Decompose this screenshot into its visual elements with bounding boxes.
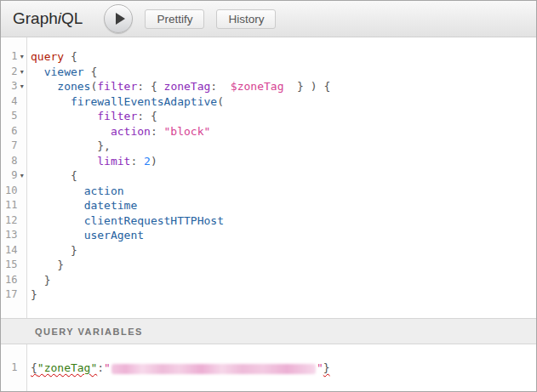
code-token: zoneTag [164,80,211,93]
query-variables-header[interactable]: QUERY VARIABLES [1,318,536,344]
line-number: 12 [1,213,17,229]
line-number: 7 [1,139,17,154]
code-token: userAgent [84,229,144,241]
code-token: " [317,361,323,374]
code-token [31,95,71,108]
code-token: ( [217,95,224,108]
code-token: action [111,125,151,138]
code-line[interactable]: zones(filter: { zoneTag: $zoneTag } ) { [31,79,536,94]
code-token: } [31,258,64,271]
code-line[interactable]: limit: 2) [31,154,536,169]
logo-text-pre: Graph [13,9,58,27]
line-number: 13 [1,228,17,243]
query-editor[interactable]: 1▾2▾3▾456789▾1011121314151617 query { vi… [1,37,536,318]
execute-query-button[interactable] [104,4,133,33]
code-line[interactable]: } [31,258,536,273]
code-line[interactable]: userAgent [31,228,536,243]
code-line[interactable]: clientRequestHTTPHost [31,213,536,229]
code-token [31,155,97,168]
code-token: : [97,361,104,374]
graphiql-logo: GraphiQL [13,9,83,28]
code-line[interactable]: } [31,243,536,258]
gutter-line: 1 [1,361,26,376]
line-number: 9 [1,168,17,184]
gutter-line: 4 [1,94,26,110]
history-button[interactable]: History [216,9,276,29]
code-token: ) [151,155,157,168]
fold-spacer [17,139,26,154]
code-token: : [130,155,144,168]
code-line[interactable]: datetime [31,198,536,213]
variables-editor[interactable]: 1 {"zoneTag":""} [1,344,536,391]
gutter-line: 14 [1,243,26,258]
line-number: 5 [1,109,17,124]
variables-code-line[interactable]: {"zoneTag":""} [31,361,536,376]
prettify-button[interactable]: Prettify [145,9,204,29]
gutter-line: 3▾ [1,79,26,94]
code-token: filter [97,80,137,93]
toolbar: GraphiQL Prettify History [1,1,536,37]
fold-spacer [17,124,26,139]
code-line[interactable]: action: "block" [31,124,536,139]
line-number: 8 [1,154,17,169]
code-token: { [64,50,77,63]
query-code-area[interactable]: query { viewer { zones(filter: { zoneTag… [27,37,536,318]
code-token: : { [137,110,157,122]
play-icon [116,13,125,25]
code-line[interactable]: query { [31,49,536,65]
fold-spacer [17,361,26,376]
fold-spacer [17,213,26,229]
line-number: 3 [1,79,17,94]
code-token: " [104,361,111,374]
fold-spacer [17,109,26,124]
code-token [31,185,84,197]
fold-spacer [17,198,26,213]
variables-code-area[interactable]: {"zoneTag":""} [27,344,536,391]
gutter-line: 16 [1,273,26,288]
code-line[interactable]: firewallEventsAdaptive( [31,94,536,110]
line-number: 15 [1,258,17,273]
fold-spacer [17,184,26,199]
gutter-line: 8 [1,154,26,169]
code-token [31,229,84,241]
code-token: { [31,361,37,374]
line-number: 4 [1,94,17,110]
code-token: $zoneTag [231,80,284,93]
line-number: 6 [1,124,17,139]
fold-arrow-icon[interactable]: ▾ [17,79,26,94]
line-number: 17 [1,287,17,303]
code-token: "block" [164,125,211,138]
code-line[interactable]: { [31,168,536,184]
code-token: }, [31,139,111,152]
code-token: "zoneTag" [37,361,97,374]
code-line[interactable]: } [31,273,536,288]
code-token: : { [137,80,163,93]
code-token [31,110,97,122]
code-token: : [151,125,164,138]
code-line[interactable]: }, [31,139,536,154]
fold-arrow-icon[interactable]: ▾ [17,49,26,65]
gutter-line: 2▾ [1,65,26,80]
gutter-line: 12 [1,213,26,229]
code-token: filter [97,110,137,122]
fold-spacer [17,258,26,273]
gutter-line: 11 [1,198,26,213]
code-token: } [31,288,37,301]
code-token: : [210,80,230,93]
code-line[interactable]: filter: { [31,109,536,124]
gutter-line: 17 [1,287,26,303]
fold-arrow-icon[interactable]: ▾ [17,168,26,184]
code-token: } [323,361,330,374]
gutter-line: 9▾ [1,168,26,184]
code-token [31,80,57,93]
code-line[interactable]: viewer { [31,65,536,80]
line-number: 14 [1,243,17,258]
fold-spacer [17,228,26,243]
fold-arrow-icon[interactable]: ▾ [17,65,26,80]
gutter-line: 5 [1,109,26,124]
code-token: limit [97,155,130,168]
code-line[interactable]: } [31,287,536,303]
code-line[interactable]: action [31,184,536,199]
gutter-line: 7 [1,139,26,154]
code-token: query [31,50,64,63]
